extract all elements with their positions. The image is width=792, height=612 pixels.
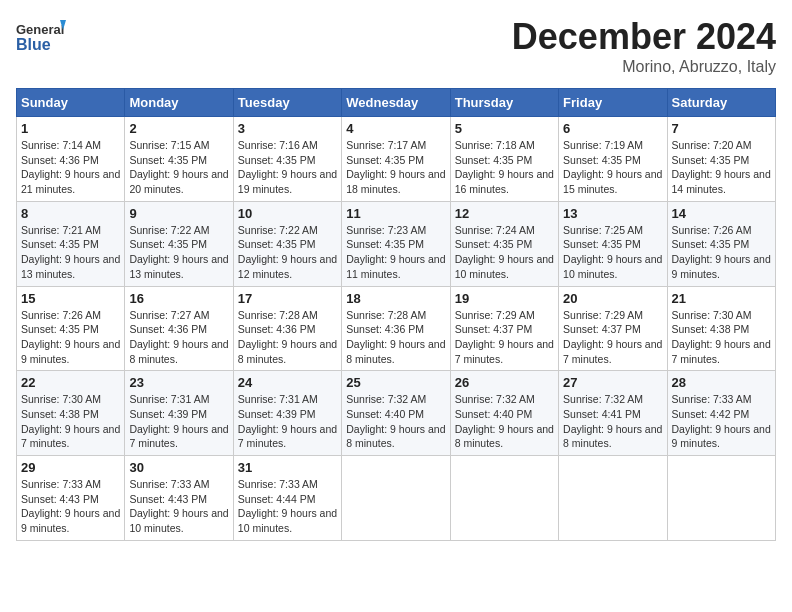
day-number: 12: [455, 206, 554, 221]
calendar-cell: 31 Sunrise: 7:33 AM Sunset: 4:44 PM Dayl…: [233, 456, 341, 541]
calendar-cell: 26 Sunrise: 7:32 AM Sunset: 4:40 PM Dayl…: [450, 371, 558, 456]
day-number: 8: [21, 206, 120, 221]
day-info: Sunrise: 7:18 AM Sunset: 4:35 PM Dayligh…: [455, 138, 554, 197]
svg-text:General: General: [16, 22, 64, 37]
day-info: Sunrise: 7:28 AM Sunset: 4:36 PM Dayligh…: [346, 308, 445, 367]
day-number: 10: [238, 206, 337, 221]
day-number: 19: [455, 291, 554, 306]
calendar-cell: 16 Sunrise: 7:27 AM Sunset: 4:36 PM Dayl…: [125, 286, 233, 371]
calendar-cell: 28 Sunrise: 7:33 AM Sunset: 4:42 PM Dayl…: [667, 371, 775, 456]
logo: General Blue: [16, 16, 66, 61]
calendar-cell: 25 Sunrise: 7:32 AM Sunset: 4:40 PM Dayl…: [342, 371, 450, 456]
day-info: Sunrise: 7:31 AM Sunset: 4:39 PM Dayligh…: [129, 392, 228, 451]
calendar-week-row: 8 Sunrise: 7:21 AM Sunset: 4:35 PM Dayli…: [17, 201, 776, 286]
calendar-cell: 2 Sunrise: 7:15 AM Sunset: 4:35 PM Dayli…: [125, 117, 233, 202]
calendar-cell: 8 Sunrise: 7:21 AM Sunset: 4:35 PM Dayli…: [17, 201, 125, 286]
logo-svg: General Blue: [16, 16, 66, 61]
calendar-cell: 6 Sunrise: 7:19 AM Sunset: 4:35 PM Dayli…: [559, 117, 667, 202]
weekday-header-row: SundayMondayTuesdayWednesdayThursdayFrid…: [17, 89, 776, 117]
calendar-cell: 18 Sunrise: 7:28 AM Sunset: 4:36 PM Dayl…: [342, 286, 450, 371]
calendar-week-row: 1 Sunrise: 7:14 AM Sunset: 4:36 PM Dayli…: [17, 117, 776, 202]
calendar-cell: 12 Sunrise: 7:24 AM Sunset: 4:35 PM Dayl…: [450, 201, 558, 286]
day-number: 4: [346, 121, 445, 136]
day-number: 17: [238, 291, 337, 306]
day-number: 26: [455, 375, 554, 390]
calendar-cell: 24 Sunrise: 7:31 AM Sunset: 4:39 PM Dayl…: [233, 371, 341, 456]
weekday-header: Thursday: [450, 89, 558, 117]
day-number: 22: [21, 375, 120, 390]
calendar-cell: 4 Sunrise: 7:17 AM Sunset: 4:35 PM Dayli…: [342, 117, 450, 202]
day-number: 18: [346, 291, 445, 306]
calendar-cell: 15 Sunrise: 7:26 AM Sunset: 4:35 PM Dayl…: [17, 286, 125, 371]
day-info: Sunrise: 7:22 AM Sunset: 4:35 PM Dayligh…: [129, 223, 228, 282]
day-info: Sunrise: 7:15 AM Sunset: 4:35 PM Dayligh…: [129, 138, 228, 197]
calendar-cell: 27 Sunrise: 7:32 AM Sunset: 4:41 PM Dayl…: [559, 371, 667, 456]
day-number: 29: [21, 460, 120, 475]
weekday-header: Monday: [125, 89, 233, 117]
day-number: 30: [129, 460, 228, 475]
calendar-table: SundayMondayTuesdayWednesdayThursdayFrid…: [16, 88, 776, 541]
day-number: 28: [672, 375, 771, 390]
calendar-cell: 14 Sunrise: 7:26 AM Sunset: 4:35 PM Dayl…: [667, 201, 775, 286]
location-subtitle: Morino, Abruzzo, Italy: [512, 58, 776, 76]
calendar-week-row: 22 Sunrise: 7:30 AM Sunset: 4:38 PM Dayl…: [17, 371, 776, 456]
page-header: General Blue December 2024 Morino, Abruz…: [16, 16, 776, 76]
day-info: Sunrise: 7:17 AM Sunset: 4:35 PM Dayligh…: [346, 138, 445, 197]
day-number: 25: [346, 375, 445, 390]
day-number: 11: [346, 206, 445, 221]
calendar-week-row: 15 Sunrise: 7:26 AM Sunset: 4:35 PM Dayl…: [17, 286, 776, 371]
day-info: Sunrise: 7:28 AM Sunset: 4:36 PM Dayligh…: [238, 308, 337, 367]
calendar-cell: [667, 456, 775, 541]
title-block: December 2024 Morino, Abruzzo, Italy: [512, 16, 776, 76]
day-info: Sunrise: 7:22 AM Sunset: 4:35 PM Dayligh…: [238, 223, 337, 282]
day-info: Sunrise: 7:16 AM Sunset: 4:35 PM Dayligh…: [238, 138, 337, 197]
calendar-cell: [342, 456, 450, 541]
day-info: Sunrise: 7:25 AM Sunset: 4:35 PM Dayligh…: [563, 223, 662, 282]
weekday-header: Sunday: [17, 89, 125, 117]
day-number: 23: [129, 375, 228, 390]
calendar-cell: 29 Sunrise: 7:33 AM Sunset: 4:43 PM Dayl…: [17, 456, 125, 541]
day-number: 16: [129, 291, 228, 306]
weekday-header: Tuesday: [233, 89, 341, 117]
day-info: Sunrise: 7:33 AM Sunset: 4:43 PM Dayligh…: [21, 477, 120, 536]
weekday-header: Wednesday: [342, 89, 450, 117]
day-number: 20: [563, 291, 662, 306]
day-info: Sunrise: 7:19 AM Sunset: 4:35 PM Dayligh…: [563, 138, 662, 197]
day-info: Sunrise: 7:30 AM Sunset: 4:38 PM Dayligh…: [21, 392, 120, 451]
day-info: Sunrise: 7:32 AM Sunset: 4:40 PM Dayligh…: [455, 392, 554, 451]
day-number: 9: [129, 206, 228, 221]
calendar-cell: 22 Sunrise: 7:30 AM Sunset: 4:38 PM Dayl…: [17, 371, 125, 456]
day-info: Sunrise: 7:20 AM Sunset: 4:35 PM Dayligh…: [672, 138, 771, 197]
day-info: Sunrise: 7:23 AM Sunset: 4:35 PM Dayligh…: [346, 223, 445, 282]
day-number: 21: [672, 291, 771, 306]
day-info: Sunrise: 7:26 AM Sunset: 4:35 PM Dayligh…: [21, 308, 120, 367]
calendar-cell: 13 Sunrise: 7:25 AM Sunset: 4:35 PM Dayl…: [559, 201, 667, 286]
day-number: 13: [563, 206, 662, 221]
day-number: 31: [238, 460, 337, 475]
calendar-week-row: 29 Sunrise: 7:33 AM Sunset: 4:43 PM Dayl…: [17, 456, 776, 541]
calendar-cell: [559, 456, 667, 541]
day-number: 7: [672, 121, 771, 136]
calendar-cell: 30 Sunrise: 7:33 AM Sunset: 4:43 PM Dayl…: [125, 456, 233, 541]
day-info: Sunrise: 7:27 AM Sunset: 4:36 PM Dayligh…: [129, 308, 228, 367]
calendar-cell: [450, 456, 558, 541]
day-info: Sunrise: 7:26 AM Sunset: 4:35 PM Dayligh…: [672, 223, 771, 282]
svg-text:Blue: Blue: [16, 36, 51, 53]
day-info: Sunrise: 7:32 AM Sunset: 4:40 PM Dayligh…: [346, 392, 445, 451]
weekday-header: Saturday: [667, 89, 775, 117]
day-info: Sunrise: 7:24 AM Sunset: 4:35 PM Dayligh…: [455, 223, 554, 282]
day-number: 1: [21, 121, 120, 136]
day-info: Sunrise: 7:29 AM Sunset: 4:37 PM Dayligh…: [455, 308, 554, 367]
day-number: 5: [455, 121, 554, 136]
calendar-cell: 10 Sunrise: 7:22 AM Sunset: 4:35 PM Dayl…: [233, 201, 341, 286]
calendar-cell: 17 Sunrise: 7:28 AM Sunset: 4:36 PM Dayl…: [233, 286, 341, 371]
calendar-cell: 5 Sunrise: 7:18 AM Sunset: 4:35 PM Dayli…: [450, 117, 558, 202]
day-number: 27: [563, 375, 662, 390]
calendar-cell: 11 Sunrise: 7:23 AM Sunset: 4:35 PM Dayl…: [342, 201, 450, 286]
day-info: Sunrise: 7:31 AM Sunset: 4:39 PM Dayligh…: [238, 392, 337, 451]
day-number: 3: [238, 121, 337, 136]
calendar-cell: 23 Sunrise: 7:31 AM Sunset: 4:39 PM Dayl…: [125, 371, 233, 456]
day-info: Sunrise: 7:21 AM Sunset: 4:35 PM Dayligh…: [21, 223, 120, 282]
day-number: 24: [238, 375, 337, 390]
day-info: Sunrise: 7:33 AM Sunset: 4:43 PM Dayligh…: [129, 477, 228, 536]
